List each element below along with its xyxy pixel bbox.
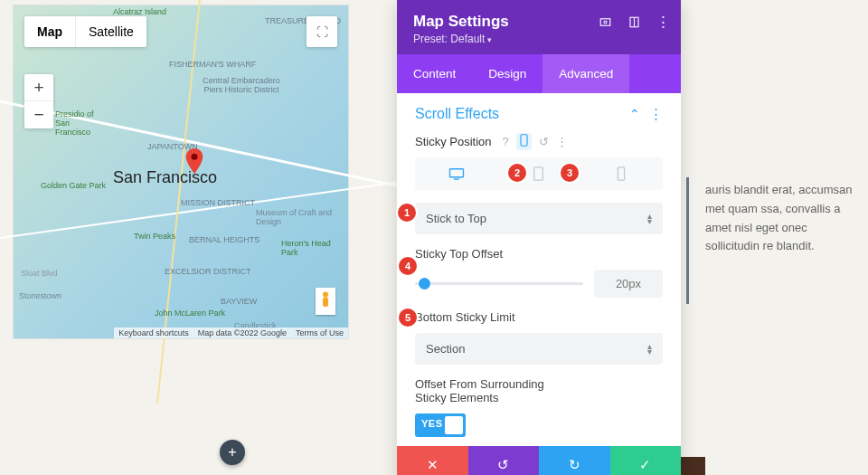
add-module-button[interactable]: +	[220, 440, 245, 465]
map-terms-link[interactable]: Terms of Use	[291, 328, 348, 338]
map-type-toggle: Map Satellite	[24, 16, 146, 47]
bottom-limit-select[interactable]: Section ▴▾	[415, 333, 663, 365]
map-place-bernal: BERNAL HEIGHTS	[189, 235, 259, 244]
annotation-marker-5: 5	[399, 309, 417, 327]
hover-icon[interactable]	[598, 14, 612, 29]
map-place-fishwharf: FISHERMAN'S WHARF	[169, 60, 256, 69]
map-place-presidio: Presidio of San Francisco	[55, 109, 105, 137]
bottom-limit-label: Bottom Sticky Limit	[415, 310, 663, 324]
settings-preset[interactable]: Preset: Default	[413, 33, 665, 45]
toggle-yes-label: YES	[421, 418, 443, 429]
map-place-sloat: Sloat Blvd	[21, 269, 58, 278]
map-place-heron: Heron's Head Park	[281, 239, 335, 257]
save-button[interactable]: ✓	[610, 446, 682, 475]
select-caret-icon: ▴▾	[647, 214, 652, 224]
bottom-limit-value: Section	[426, 342, 465, 356]
map-panel: Alcatraz Island TREASURE ISLAND FISHERMA…	[13, 5, 349, 339]
svg-rect-11	[618, 167, 625, 180]
check-icon: ✓	[639, 457, 651, 473]
field-more-icon[interactable]: ⋮	[556, 135, 568, 148]
cancel-button[interactable]: ✕	[397, 446, 468, 475]
map-place-mission: MISSION DISTRICT	[181, 198, 255, 207]
map-footer: Keyboard shortcuts Map data ©2022 Google…	[114, 328, 348, 338]
map-place-alcatraz: Alcatraz Island	[113, 7, 166, 16]
map-place-stonestown: Stonestown	[19, 291, 61, 300]
section-title[interactable]: Scroll Effects	[415, 106, 499, 122]
map-place-craft: Museum of Craft and Design	[256, 208, 337, 226]
svg-rect-10	[534, 167, 543, 180]
tab-content[interactable]: Content	[397, 54, 472, 93]
svg-point-0	[192, 154, 198, 160]
top-offset-slider[interactable]	[415, 282, 583, 285]
zoom-in-button[interactable]: +	[24, 74, 53, 101]
device-phone[interactable]	[580, 157, 663, 190]
toggle-knob	[445, 416, 463, 434]
responsive-icon[interactable]	[627, 14, 641, 29]
tab-design[interactable]: Design	[472, 54, 542, 93]
annotation-marker-3: 3	[561, 164, 579, 182]
svg-point-4	[604, 21, 607, 24]
svg-rect-7	[521, 135, 527, 146]
map-place-mclaren: John McLaren Park	[155, 309, 225, 318]
help-icon[interactable]: ?	[503, 135, 509, 148]
map-place-bayview: BAYVIEW	[221, 297, 257, 306]
settings-header: Map Settings Preset: Default ⋮	[397, 0, 681, 54]
sticky-position-label: Sticky Position	[415, 135, 492, 148]
fullscreen-button[interactable]: ⛶	[307, 16, 337, 47]
map-place-twin: Twin Peaks	[134, 232, 175, 241]
select-caret-icon: ▴▾	[647, 344, 652, 355]
map-tab-map[interactable]: Map	[24, 16, 76, 47]
action-bar: ✕ ↺ ↻ ✓	[397, 446, 681, 475]
map-place-gg: Golden Gate Park	[41, 181, 106, 190]
settings-tabs: Content Design Advanced	[397, 54, 681, 93]
map-city-label: San Francisco	[113, 168, 217, 187]
annotation-marker-2: 2	[508, 164, 526, 182]
offset-surrounding-label: Offset From Surrounding Sticky Elements	[415, 377, 569, 404]
map-place-embarc: Central Embarcadero Piers Historic Distr…	[201, 76, 282, 94]
map-place-excelsior: EXCELSIOR DISTRICT	[165, 267, 251, 276]
collapse-icon[interactable]: ⌃	[629, 107, 640, 121]
map-shortcuts-link[interactable]: Keyboard shortcuts	[114, 328, 193, 338]
plus-icon: +	[228, 444, 236, 461]
redo-icon: ↻	[569, 457, 580, 473]
svg-rect-8	[449, 169, 463, 177]
top-offset-value[interactable]: 20px	[594, 270, 663, 298]
device-desktop[interactable]	[415, 157, 497, 190]
more-icon[interactable]: ⋮	[656, 14, 670, 29]
svg-point-1	[323, 292, 328, 298]
stick-to-select[interactable]: Stick to Top ▴▾	[415, 203, 663, 234]
annotation-marker-4: 4	[399, 257, 417, 275]
device-buttons	[415, 157, 663, 190]
svg-rect-2	[323, 298, 328, 308]
scroll-indicator	[686, 177, 689, 304]
settings-panel: Map Settings Preset: Default ⋮ Content D…	[397, 0, 681, 475]
slider-thumb[interactable]	[419, 278, 430, 290]
lorem-text: auris blandit erat, accumsan met quam ss…	[705, 181, 854, 256]
annotation-marker-1: 1	[398, 204, 416, 222]
fullscreen-icon: ⛶	[316, 25, 328, 39]
pegman-icon[interactable]	[316, 288, 335, 315]
offset-surrounding-toggle[interactable]: YES	[415, 413, 466, 437]
phone-icon[interactable]	[516, 133, 532, 150]
section-more-icon[interactable]: ⋮	[649, 106, 663, 122]
stick-to-value: Stick to Top	[426, 212, 486, 225]
zoom-out-button[interactable]: −	[24, 101, 53, 128]
undo-icon: ↺	[497, 457, 509, 473]
close-icon: ✕	[427, 457, 439, 473]
map-attribution: Map data ©2022 Google	[193, 328, 291, 338]
top-offset-label: Sticky Top Offset	[415, 247, 663, 261]
redo-button[interactable]: ↻	[539, 446, 610, 475]
settings-body: Scroll Effects ⌃ ⋮ Sticky Position ? ↺ ⋮…	[397, 93, 681, 446]
map-tab-satellite[interactable]: Satellite	[76, 16, 146, 47]
undo-button[interactable]: ↺	[468, 446, 540, 475]
reset-icon[interactable]: ↺	[539, 135, 549, 148]
svg-rect-3	[600, 18, 610, 25]
zoom-controls: + −	[24, 74, 53, 128]
tab-advanced[interactable]: Advanced	[542, 54, 629, 93]
